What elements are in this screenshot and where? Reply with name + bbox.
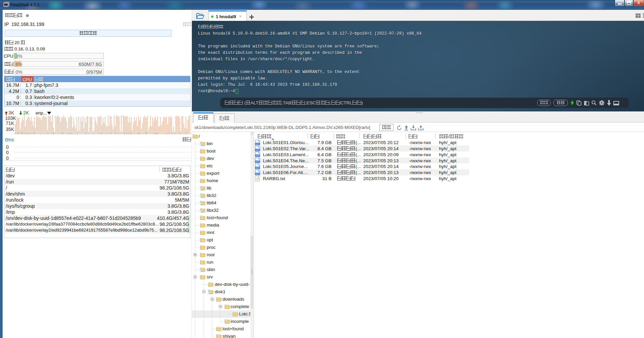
svg-text:MP4: MP4	[256, 173, 259, 175]
svg-text:MP4: MP4	[256, 167, 259, 169]
svg-text:MP4: MP4	[256, 149, 259, 151]
svg-text:MP4: MP4	[256, 161, 259, 163]
svg-text:MP4: MP4	[256, 155, 259, 157]
svg-text:MP4: MP4	[256, 143, 259, 145]
